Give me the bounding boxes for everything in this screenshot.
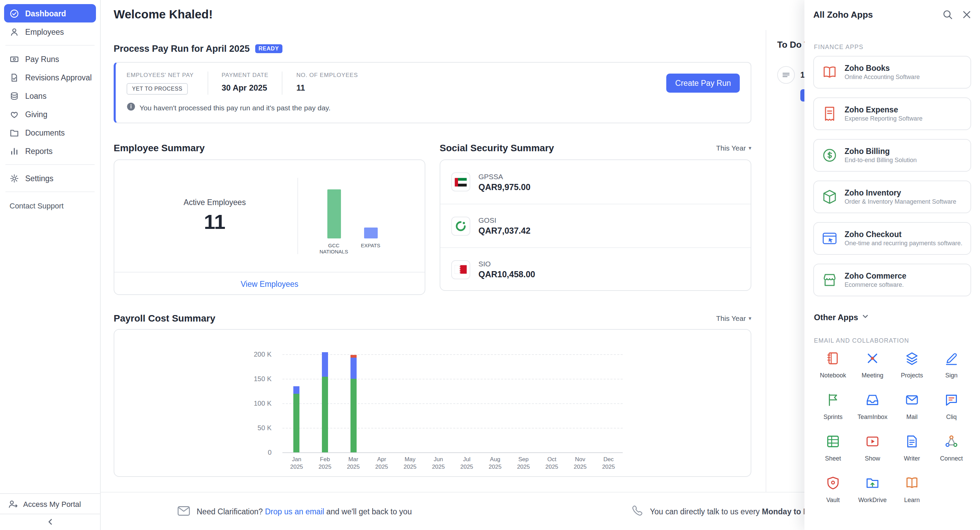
app-writer[interactable]: Writer <box>892 434 932 462</box>
app-label: Learn <box>904 496 920 503</box>
app-card-zoho-billing[interactable]: Zoho BillingEnd-to-end Billing Solution <box>813 139 971 172</box>
zoho-commerce-icon <box>821 271 838 289</box>
payroll-xlabels: Jan2025Feb2025Mar2025Apr2025May2025Jun20… <box>282 456 623 473</box>
other-apps-label: Other Apps <box>814 313 858 322</box>
app-mail[interactable]: Mail <box>892 393 932 420</box>
app-sign[interactable]: Sign <box>932 351 971 379</box>
payroll-xtick-label: May2025 <box>396 456 424 471</box>
social-security-row-sio[interactable]: SIO QAR10,458.00 <box>440 247 751 291</box>
sidebar-item-reports[interactable]: Reports <box>4 142 96 160</box>
sidebar: Dashboard Employees Pay Runs Revisions A… <box>0 0 101 530</box>
employee-count-label: NO. OF EMPLOYEES <box>296 72 358 78</box>
app-connect[interactable]: Connect <box>932 434 971 462</box>
search-icon[interactable] <box>943 9 953 19</box>
footer-clarification: Need Clarification? Drop us an email and… <box>178 493 412 530</box>
sidebar-item-label: Settings <box>25 174 53 182</box>
payrun-fields: EMPLOYEES' NET PAY YET TO PROCESS PAYMEN… <box>127 72 740 95</box>
sidebar-item-label: Reports <box>25 147 53 155</box>
phone-icon <box>631 504 643 518</box>
social-security-row-gpssa[interactable]: GPSSA QAR9,975.00 <box>440 160 751 204</box>
app-card-zoho-expense[interactable]: Zoho ExpenseExpense Reporting Software <box>813 97 971 130</box>
employee-summary-card: Active Employees 11 GCC NATIONALSEXPATS … <box>114 160 425 295</box>
app-vault[interactable]: Vault <box>813 476 853 503</box>
chevron-down-icon: ▾ <box>749 315 751 321</box>
sidebar-item-employees[interactable]: Employees <box>4 22 96 41</box>
email-collaboration-label: EMAIL AND COLLABORATION <box>814 337 970 344</box>
sidebar-item-giving[interactable]: Giving <box>4 105 96 123</box>
sidebar-item-label: Giving <box>25 110 47 118</box>
sidebar-item-pay-runs[interactable]: Pay Runs <box>4 50 96 68</box>
bar-segment-blue <box>350 357 356 379</box>
app-card-zoho-commerce[interactable]: Zoho CommerceEcommerce software. <box>813 263 971 296</box>
app-cliq[interactable]: Cliq <box>932 393 971 420</box>
app-name: Zoho Billing <box>845 147 917 155</box>
app-learn[interactable]: Learn <box>892 476 932 503</box>
payroll-ytick-label: 100 K <box>254 399 272 407</box>
field-divider <box>282 72 283 95</box>
app-root: Dashboard Employees Pay Runs Revisions A… <box>0 0 980 530</box>
drop-us-an-email-link[interactable]: Drop us an email <box>265 507 324 516</box>
bar-segment-green <box>294 394 300 452</box>
app-projects[interactable]: Projects <box>892 351 932 379</box>
social-security-name: GOSI <box>479 216 530 224</box>
app-workdrive[interactable]: WorkDrive <box>853 476 892 503</box>
sidebar-collapse-button[interactable] <box>0 514 100 530</box>
sidebar-item-settings[interactable]: Settings <box>4 169 96 187</box>
employee-summary-section: Employee Summary Active Employees 11 GCC… <box>114 142 425 295</box>
social-security-filter[interactable]: This Year▾ <box>716 144 751 152</box>
active-employees-count: 11 <box>150 211 279 234</box>
close-icon[interactable] <box>962 10 971 19</box>
app-card-zoho-checkout[interactable]: Zoho CheckoutOne-time and recurring paym… <box>813 222 971 255</box>
payroll-xtick-label: Jun2025 <box>424 456 453 471</box>
filter-label: This Year <box>716 144 746 152</box>
payroll-ytick-label: 50 K <box>258 424 272 431</box>
mini-chart-column: EXPATS <box>352 176 389 256</box>
payroll-ytick-label: 200 K <box>254 351 272 358</box>
sidebar-divider <box>5 192 95 192</box>
access-my-portal-link[interactable]: Access My Portal <box>0 493 100 514</box>
bar-segment-blue <box>294 386 300 394</box>
sidebar-item-dashboard[interactable]: Dashboard <box>4 4 96 22</box>
payroll-bar-aug <box>481 345 509 452</box>
app-label: TeamInbox <box>858 413 888 420</box>
app-teaminbox[interactable]: TeamInbox <box>853 393 892 420</box>
social-security-section: Social Security Summary This Year▾ GPSSA… <box>440 142 751 295</box>
sidebar-item-revisions-approval[interactable]: Revisions Approval <box>4 68 96 86</box>
app-sheet[interactable]: Sheet <box>813 434 853 462</box>
payroll-cost-filter[interactable]: This Year▾ <box>716 314 751 322</box>
ready-badge: READY <box>255 44 282 53</box>
app-card-zoho-inventory[interactable]: Zoho InventoryOrder & Inventory Manageme… <box>813 180 971 213</box>
pay-runs-icon <box>10 54 19 64</box>
app-name: Zoho Expense <box>845 105 923 114</box>
app-label: Notebook <box>820 372 846 379</box>
contact-support-link[interactable]: Contact Support <box>4 196 96 215</box>
payroll-bar-feb <box>311 345 339 452</box>
reports-icon <box>10 146 19 156</box>
apps-grid: Notebook Meeting Projects Sign Sprints T… <box>813 351 971 503</box>
employee-count-field: NO. OF EMPLOYEES 11 <box>296 72 358 95</box>
settings-icon <box>10 173 19 183</box>
sidebar-item-loans[interactable]: Loans <box>4 86 96 105</box>
social-security-card: GPSSA QAR9,975.00 GOSI QAR7,037.42 <box>440 160 751 291</box>
net-pay-status-chip: YET TO PROCESS <box>127 83 188 95</box>
summary-row: Employee Summary Active Employees 11 GCC… <box>114 142 751 295</box>
footer-talk: You can directly talk to us every Monday… <box>631 493 827 530</box>
create-pay-run-button[interactable]: Create Pay Run <box>666 73 740 93</box>
app-show[interactable]: Show <box>853 434 892 462</box>
app-label: Meeting <box>862 372 883 379</box>
app-notebook[interactable]: Notebook <box>813 351 853 379</box>
sidebar-item-documents[interactable]: Documents <box>4 123 96 142</box>
app-meeting[interactable]: Meeting <box>853 351 892 379</box>
mini-bar-gcc-nationals <box>327 189 340 238</box>
social-security-row-gosi[interactable]: GOSI QAR7,037.42 <box>440 204 751 247</box>
payroll-cost-header: Payroll Cost Summary This Year▾ <box>114 312 751 324</box>
view-employees-link[interactable]: View Employees <box>240 279 298 288</box>
payroll-bar-oct <box>538 345 566 452</box>
other-apps-toggle[interactable]: Other Apps <box>814 313 970 322</box>
app-sprints[interactable]: Sprints <box>813 393 853 420</box>
payroll-xtick-label: Jul2025 <box>453 456 481 471</box>
social-security-amount: QAR9,975.00 <box>479 182 530 192</box>
zoho-billing-icon <box>821 147 838 164</box>
app-card-zoho-books[interactable]: Zoho BooksOnline Accounting Software <box>813 56 971 89</box>
payroll-plot <box>282 345 623 452</box>
